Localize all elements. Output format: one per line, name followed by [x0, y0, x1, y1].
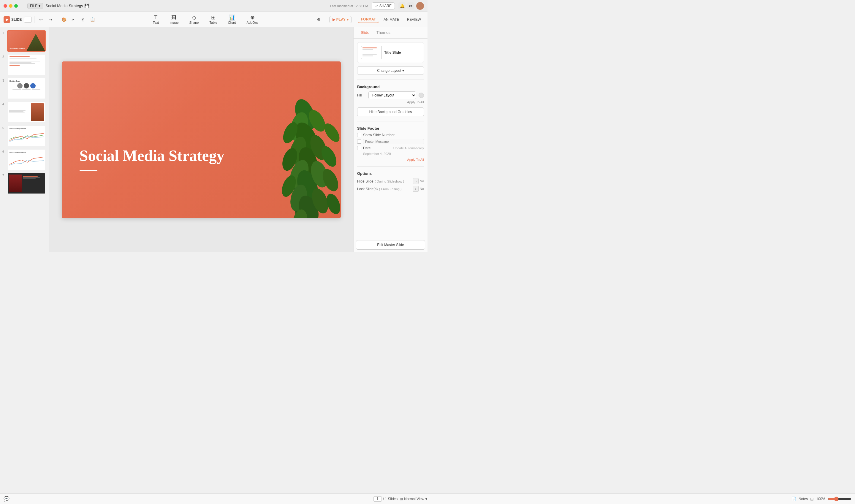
lock-slide-label: Lock Slide(s) — [357, 187, 378, 191]
show-slide-number-checkbox[interactable] — [357, 133, 361, 137]
slide-number-6: 6 — [2, 149, 6, 154]
date-label: Date — [363, 146, 371, 150]
hide-background-graphics-button[interactable]: Hide Background Graphics — [357, 107, 424, 116]
color-swatch[interactable] — [418, 93, 424, 98]
document-title: Social Media Strategy 💾 — [46, 3, 89, 8]
slide-image-7 — [7, 173, 46, 194]
date-auto-label: Update Automatically — [372, 146, 424, 150]
fill-select[interactable]: Follow Layout — [369, 91, 416, 99]
avatar[interactable] — [416, 2, 424, 10]
image-tool[interactable]: 🖼 Image — [166, 14, 182, 25]
cut-button[interactable]: ✂ — [69, 15, 77, 24]
notification-icon[interactable]: 🔔 — [398, 2, 406, 10]
date-value: September 4, 2020 — [363, 152, 391, 156]
date-checkbox[interactable] — [357, 146, 361, 150]
play-button[interactable]: ▶ PLAY ▾ — [329, 16, 352, 23]
slide-image-2 — [7, 54, 46, 75]
hide-slide-sub: ( During Slideshow ) — [375, 180, 404, 183]
file-label: FILE — [30, 4, 37, 8]
addons-tool[interactable]: ⊕ AddOns — [244, 14, 262, 25]
footer-title: Slide Footer — [357, 126, 424, 131]
settings-button[interactable]: ⚙ — [315, 15, 323, 24]
app-icon: ▶ — [3, 16, 10, 23]
slide-number-5: 5 — [2, 125, 6, 130]
play-icon: ▶ — [333, 18, 335, 22]
file-menu[interactable]: FILE ▾ — [27, 3, 43, 9]
titlebar-right: Last modified at 12:38 PM ↗ SHARE 🔔 ✉ — [330, 2, 424, 10]
section-divider-1 — [357, 79, 424, 80]
right-tabs: Slide Themes — [354, 27, 427, 39]
chart-tool[interactable]: 📊 Chart — [225, 14, 239, 25]
plant-decoration — [228, 79, 341, 218]
table-tool[interactable]: ⊞ Table — [206, 14, 220, 25]
fill-row: Fill Follow Layout — [357, 91, 424, 99]
lock-slide-label-group: Lock Slide(s) ( From Editing ) — [357, 186, 402, 192]
hide-slide-toggle-off[interactable]: ○ — [413, 178, 418, 184]
edit-master-slide-button[interactable]: Edit Master Slide — [356, 240, 425, 250]
slide-thumb-3[interactable]: 3 Meet the Team — [2, 77, 47, 100]
layout-thumbnail — [361, 46, 382, 59]
section-divider-3 — [357, 166, 424, 166]
show-slide-number-row: Show Slide Number — [357, 133, 424, 137]
footer-message-input[interactable] — [363, 139, 424, 144]
addons-icon: ⊕ — [250, 15, 255, 20]
share-icon: ↗ — [375, 4, 378, 8]
slide-number-4: 4 — [2, 102, 6, 106]
paint-format-button[interactable]: 🎨 — [60, 15, 68, 24]
grid-view-btn[interactable] — [24, 17, 32, 22]
layout-info: Title Slide — [384, 51, 420, 55]
slide-panel: 1 Social Media Strategy 2 — [0, 27, 49, 252]
options-section: Options Hide Slide ( During Slideshow ) … — [357, 171, 424, 192]
apply-all-background[interactable]: Apply To All — [357, 100, 424, 104]
slide-title: Social Media Strategy — [79, 147, 225, 165]
apply-all-footer[interactable]: Apply To All — [357, 158, 424, 161]
share-button[interactable]: ↗ SHARE — [372, 2, 395, 10]
right-content: Title Slide Change Layout ▾ Background F… — [354, 39, 427, 195]
mail-icon[interactable]: ✉ — [407, 2, 414, 10]
slide-image-6: Performance by Platform — [7, 149, 46, 170]
background-title: Background — [357, 85, 424, 89]
review-tab[interactable]: REVIEW — [404, 16, 424, 23]
minimize-button[interactable] — [9, 4, 13, 8]
hide-slide-row: Hide Slide ( During Slideshow ) ○ No — [357, 178, 424, 184]
slide-thumb-2[interactable]: 2 — [2, 53, 47, 76]
toolbar-divider2 — [57, 16, 57, 23]
file-chevron: ▾ — [39, 4, 40, 8]
toolbar-center: T Text 🖼 Image ◇ Shape ⊞ Table 📊 Chart ⊕… — [97, 14, 314, 25]
slide-number-1: 1 — [2, 30, 6, 35]
paste-button[interactable]: 📋 — [88, 15, 96, 24]
copy-button[interactable]: ⎘ — [79, 15, 87, 24]
slide-number-3: 3 — [2, 78, 6, 82]
slide-thumb-6[interactable]: 6 Performance by Platform — [2, 148, 47, 171]
options-title: Options — [357, 171, 424, 176]
shape-tool[interactable]: ◇ Shape — [186, 14, 202, 25]
toolbar-right: ⚙ ▶ PLAY ▾ FORMAT ANIMATE REVIEW — [315, 15, 424, 24]
slide-thumb-4[interactable]: 4 — [2, 101, 47, 124]
layout-preview-area: Title Slide — [357, 42, 424, 63]
maximize-button[interactable] — [14, 4, 18, 8]
lock-slide-sub: ( From Editing ) — [379, 187, 402, 191]
footer-section: Slide Footer Show Slide Number Date Upda… — [357, 126, 424, 161]
slide-thumb-1[interactable]: 1 Social Media Strategy — [2, 30, 47, 52]
undo-button[interactable]: ↩ — [37, 15, 45, 24]
lock-slide-toggle-off[interactable]: ○ — [413, 186, 418, 192]
redo-button[interactable]: ↪ — [46, 15, 55, 24]
tab-themes[interactable]: Themes — [373, 27, 394, 38]
hide-slide-toggle: ○ No — [413, 178, 424, 184]
slide-thumb-7[interactable]: 7 — [2, 172, 47, 195]
layout-title: Title Slide — [384, 51, 420, 55]
lock-slide-toggle: ○ No — [413, 186, 424, 192]
tab-slide[interactable]: Slide — [357, 27, 373, 38]
format-tab[interactable]: FORMAT — [358, 16, 379, 23]
animate-tab[interactable]: ANIMATE — [380, 16, 402, 23]
change-layout-button[interactable]: Change Layout ▾ — [357, 67, 424, 75]
slide-canvas[interactable]: Social Media Strategy — [62, 61, 341, 218]
fill-label: Fill — [357, 93, 366, 97]
footer-message-checkbox[interactable] — [357, 140, 361, 144]
shape-icon: ◇ — [192, 15, 196, 20]
slide-thumb-5[interactable]: 5 Performance by Platform — [2, 125, 47, 147]
text-tool[interactable]: T Text — [150, 14, 162, 25]
slide-image-3: Meet the Team — [7, 78, 46, 99]
slide-underline — [79, 170, 97, 171]
close-button[interactable] — [3, 4, 7, 8]
